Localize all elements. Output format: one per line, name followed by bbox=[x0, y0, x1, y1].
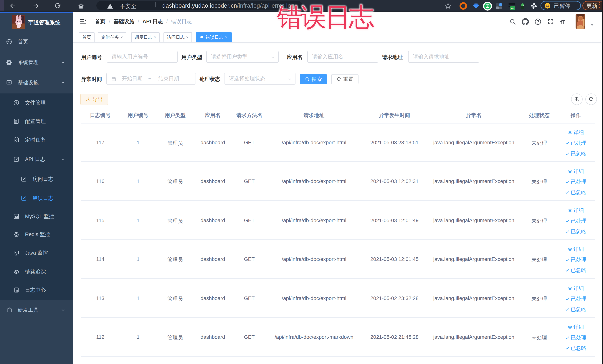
svg-text:on: on bbox=[511, 7, 514, 10]
